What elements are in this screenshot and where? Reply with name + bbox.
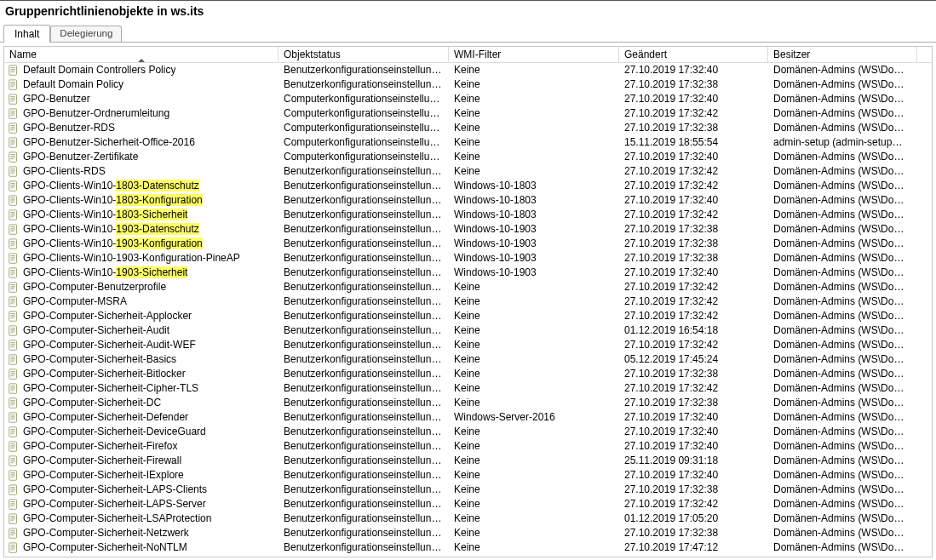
- cell-wmi: Keine: [449, 106, 619, 121]
- cell-wmi: Keine: [449, 150, 619, 164]
- cell-wmi: Keine: [449, 454, 619, 468]
- cell-status: Computerkonfigurationseinstellungen d...: [279, 121, 449, 135]
- column-header-wmi[interactable]: WMI-Filter: [449, 47, 619, 62]
- table-row[interactable]: GPO-Computer-Sicherheit-LAPS-ClientsBenu…: [4, 483, 932, 497]
- cell-name: GPO-Computer-Benutzerprofile: [4, 280, 279, 294]
- cell-name: GPO-Clients-Win10-1903-Konfiguration: [4, 237, 279, 251]
- table-row[interactable]: GPO-Benutzer-OrdnerumleitungComputerkonf…: [4, 106, 932, 121]
- table-row[interactable]: GPO-Clients-Win10-1803-DatenschutzBenutz…: [4, 179, 932, 193]
- gpo-icon: [8, 470, 20, 482]
- gpo-name-text: Default Domain Policy: [23, 77, 123, 92]
- cell-status: Benutzerkonfigurationseinstellungen d...: [279, 396, 449, 410]
- gpo-icon: [8, 65, 20, 77]
- cell-modified: 27.10.2019 17:47:12: [619, 540, 768, 555]
- cell-name: Default Domain Policy: [4, 77, 279, 92]
- table-row[interactable]: GPO-Computer-Sicherheit-LAPS-ServerBenut…: [4, 497, 932, 511]
- table-row[interactable]: GPO-Benutzer-ZertifikateComputerkonfigur…: [4, 150, 932, 164]
- table-row[interactable]: GPO-Clients-RDSBenutzerkonfigurationsein…: [4, 164, 932, 179]
- gpo-icon: [8, 267, 20, 279]
- cell-modified: 27.10.2019 17:32:38: [619, 396, 768, 410]
- cell-wmi: Windows-Server-2016: [449, 410, 619, 425]
- cell-wmi: Keine: [449, 135, 619, 150]
- cell-name: GPO-Computer-Sicherheit-DeviceGuard: [4, 425, 279, 439]
- cell-name: GPO-Computer-Sicherheit-Audit: [4, 323, 279, 338]
- cell-modified: 27.10.2019 17:32:42: [619, 208, 768, 222]
- table-row[interactable]: GPO-Clients-Win10-1903-Konfiguration-Pin…: [4, 251, 932, 266]
- cell-owner: Domänen-Admins (WS\Domäne...: [768, 396, 917, 410]
- table-row[interactable]: GPO-Clients-Win10-1803-KonfigurationBenu…: [4, 193, 932, 208]
- cell-status: Benutzerkonfigurationseinstellungen d...: [279, 454, 449, 468]
- table-row[interactable]: GPO-Computer-Sicherheit-LSAProtectionBen…: [4, 511, 932, 526]
- cell-status: Computerkonfigurationseinstellungen d...: [279, 150, 449, 164]
- cell-wmi: Keine: [449, 396, 619, 410]
- table-row[interactable]: GPO-Computer-Sicherheit-FirefoxBenutzerk…: [4, 439, 932, 454]
- cell-modified: 27.10.2019 17:32:40: [619, 150, 768, 164]
- table-row[interactable]: GPO-Computer-BenutzerprofileBenutzerkonf…: [4, 280, 932, 294]
- table-row[interactable]: GPO-Computer-Sicherheit-BitlockerBenutze…: [4, 367, 932, 381]
- table-row[interactable]: Default Domain Controllers PolicyBenutze…: [4, 63, 932, 77]
- gpo-icon: [8, 282, 20, 294]
- cell-owner: Domänen-Admins (WS\Domäne...: [768, 511, 917, 526]
- table-row[interactable]: GPO-Computer-Sicherheit-Cipher-TLSBenutz…: [4, 381, 932, 396]
- table-row[interactable]: GPO-Computer-Sicherheit-DCBenutzerkonfig…: [4, 396, 932, 410]
- cell-name: GPO-Clients-Win10-1803-Sicherheit: [4, 208, 279, 222]
- table-row[interactable]: Default Domain PolicyBenutzerkonfigurati…: [4, 77, 932, 92]
- cell-owner: Domänen-Admins (WS\Domäne...: [768, 381, 917, 396]
- gpo-name-text: GPO-Benutzer-RDS: [23, 121, 115, 135]
- table-row[interactable]: GPO-BenutzerComputerkonfigurationseinste…: [4, 92, 932, 106]
- cell-owner: Domänen-Admins (WS\Domäne...: [768, 193, 917, 208]
- gpo-icon: [8, 108, 20, 120]
- cell-name: GPO-Computer-Sicherheit-NoNTLM: [4, 540, 279, 555]
- gpo-name-text: GPO-Computer-Sicherheit-Firewall: [23, 454, 181, 468]
- table-row[interactable]: GPO-Computer-MSRABenutzerkonfigurationse…: [4, 294, 932, 309]
- cell-status: Benutzerkonfigurationseinstellungen d...: [279, 266, 449, 280]
- gpo-name-text: GPO-Computer-Sicherheit-LAPS-Server: [23, 497, 206, 511]
- cell-status: Benutzerkonfigurationseinstellungen d...: [279, 280, 449, 294]
- cell-status: Benutzerkonfigurationseinstellungen d...: [279, 63, 449, 77]
- cell-modified: 27.10.2019 17:32:40: [619, 266, 768, 280]
- cell-wmi: Keine: [449, 526, 619, 540]
- cell-modified: 27.10.2019 17:32:40: [619, 410, 768, 425]
- cell-owner: Domänen-Admins (WS\Domäne...: [768, 323, 917, 338]
- table-row[interactable]: GPO-Clients-Win10-1903-KonfigurationBenu…: [4, 237, 932, 251]
- cell-name: GPO-Computer-Sicherheit-Firewall: [4, 454, 279, 468]
- table-row[interactable]: GPO-Clients-Win10-1903-DatenschutzBenutz…: [4, 222, 932, 237]
- cell-status: Benutzerkonfigurationseinstellungen d...: [279, 338, 449, 352]
- table-row[interactable]: GPO-Computer-Sicherheit-IExploreBenutzer…: [4, 468, 932, 483]
- cell-wmi: Windows-10-1903: [449, 251, 619, 266]
- cell-status: Benutzerkonfigurationseinstellungen d...: [279, 410, 449, 425]
- cell-modified: 27.10.2019 17:32:38: [619, 237, 768, 251]
- column-header-owner[interactable]: Besitzer: [768, 47, 917, 62]
- table-row[interactable]: GPO-Computer-Sicherheit-ApplockerBenutze…: [4, 309, 932, 323]
- table-row[interactable]: GPO-Computer-Sicherheit-AuditBenutzerkon…: [4, 323, 932, 338]
- cell-owner: Domänen-Admins (WS\Domäne...: [768, 410, 917, 425]
- gpo-icon: [8, 209, 20, 221]
- table-row[interactable]: GPO-Computer-Sicherheit-NetzwerkBenutzer…: [4, 526, 932, 540]
- table-row[interactable]: GPO-Computer-Sicherheit-NoNTLMBenutzerko…: [4, 540, 932, 555]
- cell-status: Computerkonfigurationseinstellungen d...: [279, 106, 449, 121]
- cell-name: GPO-Computer-Sicherheit-LAPS-Clients: [4, 483, 279, 497]
- tab-delegation[interactable]: Delegierung: [50, 26, 122, 42]
- cell-name: GPO-Clients-Win10-1803-Konfiguration: [4, 193, 279, 208]
- table-row[interactable]: GPO-Computer-Sicherheit-FirewallBenutzer…: [4, 454, 932, 468]
- list-body[interactable]: Default Domain Controllers PolicyBenutze…: [4, 63, 932, 557]
- column-header-modified[interactable]: Geändert: [619, 47, 768, 62]
- table-row[interactable]: GPO-Clients-Win10-1803-SicherheitBenutze…: [4, 208, 932, 222]
- table-row[interactable]: GPO-Clients-Win10-1903-SicherheitBenutze…: [4, 266, 932, 280]
- gpo-icon: [8, 325, 20, 337]
- table-row[interactable]: GPO-Computer-Sicherheit-DeviceGuardBenut…: [4, 425, 932, 439]
- column-header-name[interactable]: Name: [4, 47, 279, 62]
- table-row[interactable]: GPO-Benutzer-Sicherheit-Office-2016Compu…: [4, 135, 932, 150]
- cell-owner: Domänen-Admins (WS\Domäne...: [768, 150, 917, 164]
- cell-status: Benutzerkonfigurationseinstellungen d...: [279, 237, 449, 251]
- cell-name: GPO-Clients-RDS: [4, 164, 279, 179]
- table-row[interactable]: GPO-Computer-Sicherheit-Audit-WEFBenutze…: [4, 338, 932, 352]
- tab-content[interactable]: Inhalt: [3, 25, 50, 43]
- gpo-icon: [8, 499, 20, 511]
- gpo-icon: [8, 238, 20, 250]
- table-row[interactable]: GPO-Benutzer-RDSComputerkonfigurationsei…: [4, 121, 932, 135]
- table-row[interactable]: GPO-Computer-Sicherheit-BasicsBenutzerko…: [4, 352, 932, 367]
- cell-owner: Domänen-Admins (WS\Domäne...: [768, 439, 917, 454]
- table-row[interactable]: GPO-Computer-Sicherheit-DefenderBenutzer…: [4, 410, 932, 425]
- column-header-status[interactable]: Objektstatus: [279, 47, 449, 62]
